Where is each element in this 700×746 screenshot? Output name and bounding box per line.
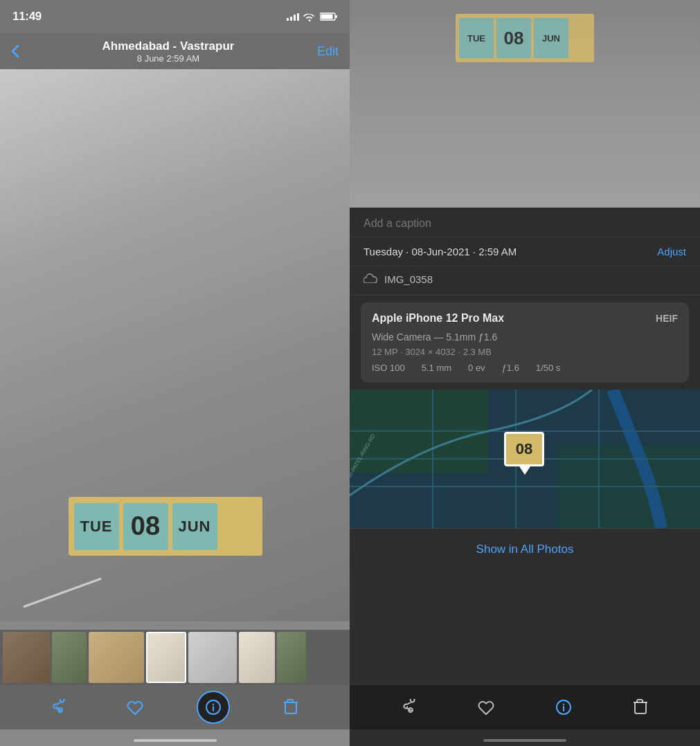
right-delete-button[interactable] xyxy=(625,692,656,722)
exif-shutter: 1/50 s xyxy=(536,363,560,373)
exif-focal: 5.1 mm xyxy=(422,363,451,373)
edit-button[interactable]: Edit xyxy=(317,44,339,59)
cal-month: JUN xyxy=(172,503,217,550)
signal-bar-3 xyxy=(294,15,296,21)
left-panel: TUE 08 JUN 11:49 xyxy=(0,0,350,746)
right-favorite-button[interactable] xyxy=(471,692,501,722)
format-badge: HEIF xyxy=(656,313,678,324)
pencil-decoration xyxy=(23,578,102,608)
caption-placeholder[interactable]: Add a caption xyxy=(364,217,431,229)
device-header: Apple iPhone 12 Pro Max HEIF xyxy=(372,312,678,325)
status-time: 11:49 xyxy=(12,10,42,24)
back-button[interactable] xyxy=(11,44,19,58)
device-card: Apple iPhone 12 Pro Max HEIF Wide Camera… xyxy=(361,302,689,383)
caption-row: Add a caption xyxy=(350,208,700,237)
photo-main: TUE 08 JUN xyxy=(0,69,350,621)
rcal-month: JUN xyxy=(534,18,568,58)
status-icons xyxy=(287,12,337,21)
signal-bar-2 xyxy=(290,17,292,21)
exif-row: ISO 100 5.1 mm 0 ev ƒ1.6 1/50 s xyxy=(372,363,678,373)
wifi-icon xyxy=(303,12,316,21)
filename-row: IMG_0358 xyxy=(350,266,700,295)
nav-bar: Ahmedabad - Vastrapur 8 June 2:59 AM Edi… xyxy=(0,33,350,69)
show-all-photos-button[interactable]: Show in All Photos xyxy=(476,543,574,556)
favorite-button[interactable] xyxy=(120,692,150,722)
thumbnail-3[interactable] xyxy=(89,632,144,683)
thumbnail-7[interactable] xyxy=(277,632,306,683)
right-toolbar xyxy=(350,685,700,729)
calendar-block: TUE 08 JUN xyxy=(69,497,262,566)
trash-icon xyxy=(283,699,298,716)
delete-button[interactable] xyxy=(276,692,306,722)
signal-bar-4 xyxy=(297,13,299,21)
info-panel: Add a caption Tuesday · 08-Jun-2021 · 2:… xyxy=(350,208,700,570)
home-indicator-left xyxy=(134,739,217,742)
back-chevron-icon xyxy=(11,44,19,58)
filename-text: IMG_0358 xyxy=(384,273,433,285)
thumbnail-2[interactable] xyxy=(52,632,87,683)
right-panel: TUE 08 JUN Add a caption Tuesday · 08-Ju… xyxy=(350,0,700,746)
rcal-num: 08 xyxy=(496,18,531,58)
nav-subtitle: 8 June 2:59 AM xyxy=(102,53,235,64)
rcal-day: TUE xyxy=(459,18,494,58)
right-info-icon xyxy=(555,699,572,716)
info-icon-active xyxy=(206,700,221,715)
right-calendar-preview: TUE 08 JUN xyxy=(456,14,594,62)
map-background: JAR-PATEL-RING-RD 08 xyxy=(350,390,700,528)
device-name: Apple iPhone 12 Pro Max xyxy=(372,312,504,325)
thumbnail-4-active[interactable] xyxy=(146,632,186,683)
map-section[interactable]: JAR-PATEL-RING-RD 08 Nyay Marg, Vastrapu… xyxy=(350,390,700,528)
photo-background: TUE 08 JUN xyxy=(0,69,350,621)
left-toolbar xyxy=(0,685,350,729)
pin-tail xyxy=(519,466,530,475)
device-resolution: 12 MP · 3024 × 4032 · 2.3 MB xyxy=(372,347,678,357)
share-icon xyxy=(51,699,67,716)
pin-photo: 08 xyxy=(504,432,544,466)
signal-bars xyxy=(287,13,299,21)
thumbnail-6[interactable] xyxy=(239,632,275,683)
date-label: Tuesday · 08-Jun-2021 · 2:59 AM xyxy=(364,246,517,257)
thumbnail-1[interactable] xyxy=(3,632,50,683)
show-all-photos-section: Show in All Photos xyxy=(350,528,700,570)
status-bar: 11:49 xyxy=(0,0,350,33)
battery-icon xyxy=(320,12,337,21)
right-share-button[interactable] xyxy=(394,692,424,722)
svg-point-18 xyxy=(563,704,564,705)
home-indicator-right xyxy=(483,739,566,742)
device-camera: Wide Camera — 5.1mm ƒ1.6 xyxy=(372,331,678,343)
thumbnail-strip xyxy=(0,630,350,685)
cal-day-num: 08 xyxy=(123,503,168,550)
exif-aperture: ƒ1.6 xyxy=(502,363,519,373)
thumbnail-5[interactable] xyxy=(188,632,237,683)
right-share-icon xyxy=(401,699,418,716)
signal-bar-1 xyxy=(287,18,289,21)
info-button-active[interactable] xyxy=(197,691,230,724)
nav-title: Ahmedabad - Vastrapur xyxy=(102,39,235,53)
map-pin: 08 xyxy=(504,432,546,477)
right-info-button[interactable] xyxy=(548,692,579,722)
exif-iso: ISO 100 xyxy=(372,363,405,373)
share-button[interactable] xyxy=(44,692,74,722)
heart-icon xyxy=(127,700,143,715)
nav-title-group: Ahmedabad - Vastrapur 8 June 2:59 AM xyxy=(102,39,235,64)
svg-rect-2 xyxy=(336,15,338,18)
cloud-icon xyxy=(364,272,377,286)
svg-point-5 xyxy=(212,704,213,705)
svg-rect-1 xyxy=(321,15,333,19)
exif-ev: 0 ev xyxy=(468,363,485,373)
date-row: Tuesday · 08-Jun-2021 · 2:59 AM Adjust xyxy=(350,237,700,266)
adjust-button[interactable]: Adjust xyxy=(657,246,686,257)
cal-day-name: TUE xyxy=(74,503,119,550)
right-trash-icon xyxy=(633,699,648,716)
cloud-upload-icon xyxy=(364,273,377,283)
right-heart-icon xyxy=(478,700,494,715)
right-photo-top: TUE 08 JUN xyxy=(350,0,700,208)
